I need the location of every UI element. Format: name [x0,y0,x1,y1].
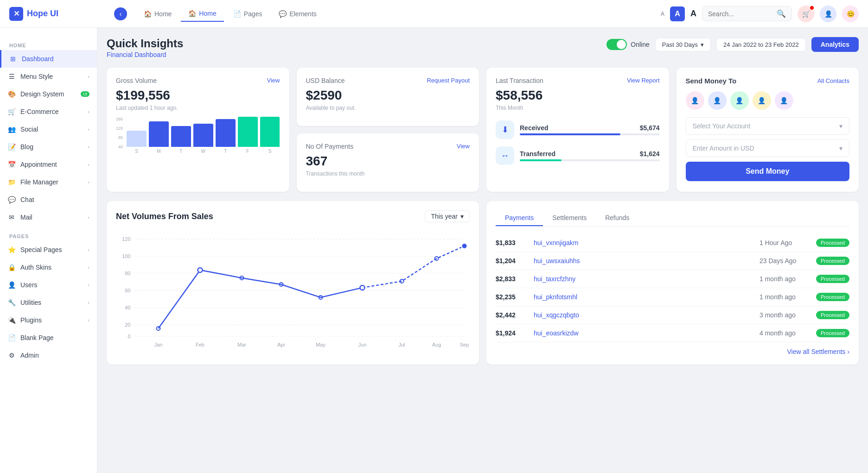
transferred-icon: ↔ [496,146,514,165]
tab-payments[interactable]: Payments [496,210,543,226]
contact-avatar-4[interactable]: 👤 [753,91,771,110]
tab-settlements[interactable]: Settlements [543,210,596,226]
contact-avatar-5[interactable]: 👤 [775,91,793,110]
svg-point-15 [198,268,203,272]
menu-style-icon: ☰ [7,72,16,81]
users-icon: 👤 [7,281,16,289]
payment-id[interactable]: hui_vxnnjigakm [534,239,754,246]
search-bar[interactable]: 🔍 [702,6,792,21]
sidebar-design-label: Design System [20,90,64,98]
bar-day-label: M [157,149,160,154]
no-payments-view-link[interactable]: View [457,143,470,150]
online-toggle[interactable] [606,39,627,50]
logo[interactable]: ✕ Hope UI [9,7,97,21]
sidebar-item-dashboard[interactable]: ⊞ Dashboard [0,50,97,68]
notifications-btn[interactable]: 🛒 [798,6,814,22]
gross-volume-view-link[interactable]: View [267,77,280,84]
sidebar-item-menu-style[interactable]: ☰ Menu Style › [0,68,97,85]
net-volumes-filter[interactable]: This year ▾ [425,210,470,222]
font-bold[interactable]: A [670,6,685,21]
sidebar-item-users[interactable]: 👤 Users › [0,276,97,294]
nav-back[interactable]: ‹ [107,4,134,24]
nav-elements[interactable]: 💬 Elements [271,6,324,21]
dashboard-icon: ⊞ [9,55,17,63]
enter-amount-dropdown[interactable]: Enter Amount in USD ▾ [686,139,850,157]
received-label: Received [520,124,548,132]
sidebar-item-plugins[interactable]: 🔌 Plugins › [0,311,97,329]
payment-id[interactable]: hui_pknfotsmhl [534,293,754,301]
contact-avatar-1[interactable]: 👤 [686,91,704,110]
sidebar-item-design-system[interactable]: 🎨 Design System UI [0,85,97,103]
all-contacts-link[interactable]: All Contacts [817,77,849,84]
payment-id[interactable]: hui_uwsxaiuhhs [534,257,754,265]
gross-volume-header: Gross Volume View [116,77,280,84]
nav-home1-label: Home [154,10,172,18]
sidebar-item-special-pages[interactable]: ⭐ Special Pages › [0,241,97,259]
sidebar-item-utilities[interactable]: 🔧 Utilities › [0,294,97,311]
period-dropdown[interactable]: Past 30 Days ▾ [655,38,711,51]
table-row: $2,442 hui_xqgczqbgto 3 month ago Proces… [496,306,849,324]
svg-text:0: 0 [128,334,130,339]
file-manager-icon: 📁 [7,178,16,186]
sidebar-item-chat[interactable]: 💬 Chat [0,191,97,208]
transferred-label: Transferred [520,150,555,158]
nav-pages[interactable]: 📄 Pages [226,6,270,21]
sidebar-item-auth-skins[interactable]: 🔒 Auth Skins › [0,259,97,276]
select-account-dropdown[interactable]: Select Your Account ▾ [686,117,850,135]
bar-day-label: W [201,149,205,154]
sidebar-item-blog[interactable]: 📝 Blog › [0,138,97,156]
view-report-link[interactable]: View Report [627,77,660,84]
bar-group: S [260,117,280,154]
usd-balance-sub: Available to pay out. [306,105,470,111]
transferred-info: Transferred $1,624 [520,150,660,161]
search-input[interactable] [708,10,773,18]
sidebar-item-appointment[interactable]: 📅 Appointment › [0,156,97,173]
send-money-button[interactable]: Send Money [686,162,850,181]
payment-id[interactable]: hui_taxrcfzhny [534,275,754,283]
table-row: $1,833 hui_vxnnjigakm 1 Hour Ago Process… [496,234,849,252]
sidebar-item-social[interactable]: 👥 Social › [0,120,97,138]
svg-text:20: 20 [125,322,130,328]
svg-text:Jun: Jun [358,342,367,347]
payment-id[interactable]: hui_xqgczqbgto [534,311,754,319]
sidebar-users-label: Users [20,281,38,289]
analytics-button[interactable]: Analytics [811,37,859,52]
contact-avatars: 👤 👤 👤 👤 👤 [686,91,850,110]
tab-refunds[interactable]: Refunds [596,210,638,226]
request-payout-link[interactable]: Request Payout [427,77,470,84]
bar-group: T [216,117,236,154]
payment-time: 1 month ago [760,275,811,283]
font-large[interactable]: A [690,9,696,19]
blank-page-icon: 📄 [7,334,16,342]
design-icon: 🎨 [7,90,16,98]
view-all-settlements[interactable]: View all Settlements › [496,348,849,355]
status-badge: Processed [816,293,849,301]
sidebar-item-file-manager[interactable]: 📁 File Manager › [0,173,97,191]
payment-time: 1 month ago [760,293,811,301]
table-row: $2,235 hui_pknfotsmhl 1 month ago Proces… [496,288,849,306]
sidebar-item-mail[interactable]: ✉ Mail › [0,208,97,226]
sidebar-special-label: Special Pages [20,246,62,253]
font-small[interactable]: A [661,11,664,17]
sidebar-item-blank-page[interactable]: 📄 Blank Page [0,329,97,347]
gross-volume-amount: $199,556 [116,88,280,103]
nav-home2[interactable]: 🏠 Home [181,6,223,22]
svg-text:80: 80 [125,271,130,276]
payment-id[interactable]: hui_eoasrkizdw [534,329,754,337]
contact-avatar-2[interactable]: 👤 [708,91,727,110]
search-icon: 🔍 [777,9,786,18]
payments-card: Payments Settlements Refunds $1,833 hui_… [486,201,859,365]
nav-links: ‹ 🏠 Home 🏠 Home 📄 Pages 💬 Elements [107,4,651,24]
contact-avatar-3[interactable]: 👤 [730,91,749,110]
nav-home1[interactable]: 🏠 Home [136,6,179,21]
user-avatar[interactable]: 😊 [842,6,859,22]
messages-btn[interactable]: 👤 [820,6,836,22]
sidebar-item-admin[interactable]: ⚙ Admin [0,347,97,364]
sidebar-item-ecommerce[interactable]: 🛒 E-Commerce › [0,103,97,120]
bar-group: T [171,117,191,154]
bar-group: S [127,117,147,154]
no-payments-label: No Of Payments [306,143,354,150]
sidebar-social-label: Social [20,126,38,133]
online-label: Online [631,41,649,48]
chevron-users-icon: › [88,282,89,288]
